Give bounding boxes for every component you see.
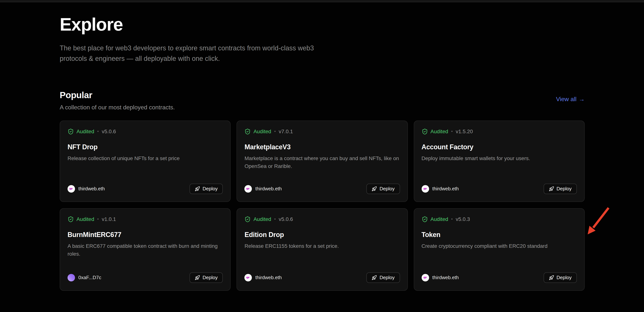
- shield-check-icon: [422, 216, 428, 222]
- rocket-icon: [195, 186, 200, 192]
- contract-card[interactable]: Audited • v7.0.1 MarketplaceV3 Marketpla…: [237, 120, 408, 202]
- publisher-name: thirdweb.eth: [432, 275, 459, 280]
- publisher[interactable]: thirdweb.eth: [422, 274, 459, 282]
- thirdweb-logo-icon: [68, 186, 74, 192]
- contract-card[interactable]: Audited • v5.0.6 NFT Drop Release collec…: [60, 120, 231, 202]
- publisher-avatar: [422, 274, 429, 282]
- arrow-right-icon: →: [579, 96, 585, 103]
- cards-grid: Audited • v5.0.6 NFT Drop Release collec…: [60, 120, 585, 291]
- contract-card[interactable]: Audited • v5.0.3 Token Create cryptocurr…: [414, 208, 585, 291]
- rocket-icon: [549, 275, 554, 280]
- deploy-label: Deploy: [556, 275, 572, 280]
- explore-page: Explore The best place for web3 develope…: [0, 0, 644, 312]
- contract-description: A basic ERC677 compatible token contract…: [68, 242, 223, 258]
- contract-card[interactable]: Audited • v1.0.1 BurnMintERC677 A basic …: [60, 208, 231, 291]
- contract-version: v5.0.6: [279, 216, 293, 222]
- publisher[interactable]: thirdweb.eth: [422, 185, 459, 192]
- dot-separator: •: [97, 217, 99, 222]
- publisher-name: 0xaF...D7c: [78, 275, 101, 280]
- card-meta-row: Audited • v5.0.3: [422, 216, 577, 222]
- contract-description: Deploy immutable smart wallets for your …: [422, 154, 577, 162]
- publisher-name: thirdweb.eth: [432, 186, 459, 192]
- page-subtitle-line2: protocols & engineers — all deployable w…: [60, 55, 220, 62]
- deploy-label: Deploy: [380, 186, 394, 192]
- contract-description: Release collection of unique NFTs for a …: [68, 154, 223, 162]
- contract-version: v7.0.1: [279, 128, 293, 134]
- deploy-label: Deploy: [380, 275, 394, 280]
- contract-title: BurnMintERC677: [68, 231, 223, 239]
- dot-separator: •: [451, 129, 452, 134]
- popular-section-header: Popular A collection of our most deploye…: [60, 90, 585, 111]
- audited-badge: Audited: [430, 128, 448, 134]
- shield-check-icon: [422, 128, 428, 135]
- view-all-link[interactable]: View all→: [556, 96, 585, 103]
- page-subtitle-line1: The best place for web3 developers to ex…: [60, 44, 314, 52]
- rocket-icon: [372, 186, 377, 192]
- publisher[interactable]: thirdweb.eth: [244, 185, 282, 192]
- thirdweb-logo-icon: [422, 186, 428, 192]
- thirdweb-logo-icon: [245, 275, 251, 281]
- shield-check-icon: [244, 128, 251, 135]
- dot-separator: •: [274, 217, 276, 222]
- view-all-label: View all: [556, 96, 576, 103]
- publisher-avatar: [244, 185, 252, 192]
- contract-title: Edition Drop: [244, 231, 400, 239]
- page-title: Explore: [60, 15, 585, 35]
- publisher-name: thirdweb.eth: [256, 275, 282, 280]
- shield-check-icon: [68, 216, 74, 222]
- card-meta-row: Audited • v1.0.1: [68, 216, 223, 222]
- thirdweb-logo-icon: [245, 186, 251, 192]
- dot-separator: •: [451, 217, 452, 222]
- deploy-button[interactable]: Deploy: [190, 184, 223, 194]
- audited-badge: Audited: [76, 128, 94, 134]
- publisher-name: thirdweb.eth: [256, 186, 282, 192]
- card-footer: thirdweb.eth Deploy: [68, 184, 223, 194]
- shield-check-icon: [244, 216, 251, 222]
- contract-card[interactable]: Audited • v5.0.6 Edition Drop Release ER…: [237, 208, 408, 291]
- card-footer: thirdweb.eth Deploy: [244, 184, 400, 194]
- thirdweb-logo-icon: [422, 275, 428, 281]
- contract-description: Marketplace is a contract where you can …: [244, 154, 400, 170]
- card-footer: 0xaF...D7c Deploy: [68, 272, 223, 283]
- deploy-button[interactable]: Deploy: [544, 184, 577, 194]
- rocket-icon: [195, 275, 200, 280]
- contract-card[interactable]: Audited • v1.5.20 Account Factory Deploy…: [414, 120, 585, 202]
- deploy-button[interactable]: Deploy: [366, 272, 400, 283]
- audited-badge: Audited: [254, 216, 271, 222]
- card-meta-row: Audited • v7.0.1: [244, 128, 400, 135]
- deploy-label: Deploy: [202, 275, 218, 280]
- audited-badge: Audited: [430, 216, 448, 222]
- deploy-button[interactable]: Deploy: [190, 272, 223, 283]
- card-meta-row: Audited • v5.0.6: [68, 128, 223, 135]
- publisher-avatar: [244, 274, 252, 282]
- contract-description: Create cryptocurrency compliant with ERC…: [422, 242, 577, 250]
- contract-title: Token: [422, 231, 577, 239]
- contract-title: MarketplaceV3: [244, 143, 400, 151]
- dot-separator: •: [274, 129, 276, 134]
- contract-version: v5.0.6: [102, 128, 116, 134]
- publisher[interactable]: thirdweb.eth: [68, 185, 105, 192]
- page-subtitle: The best place for web3 developers to ex…: [60, 43, 343, 64]
- audited-badge: Audited: [76, 216, 94, 222]
- publisher-avatar: [422, 185, 429, 192]
- deploy-label: Deploy: [556, 186, 572, 192]
- card-footer: thirdweb.eth Deploy: [422, 272, 577, 283]
- contract-title: Account Factory: [422, 143, 577, 151]
- publisher-name: thirdweb.eth: [78, 186, 105, 192]
- publisher[interactable]: thirdweb.eth: [244, 274, 282, 282]
- publisher-avatar: [68, 185, 75, 192]
- publisher[interactable]: 0xaF...D7c: [68, 274, 101, 282]
- card-meta-row: Audited • v1.5.20: [422, 128, 577, 135]
- popular-heading: Popular: [60, 90, 585, 100]
- rocket-icon: [549, 186, 554, 192]
- deploy-label: Deploy: [202, 186, 218, 192]
- rocket-icon: [372, 275, 377, 280]
- contract-version: v1.0.1: [102, 216, 116, 222]
- popular-subheading: A collection of our most deployed contra…: [60, 104, 585, 111]
- red-arrow-annotation: [584, 205, 615, 239]
- deploy-button[interactable]: Deploy: [366, 184, 400, 194]
- contract-version: v1.5.20: [456, 128, 473, 134]
- dot-separator: •: [97, 129, 99, 134]
- card-footer: thirdweb.eth Deploy: [244, 272, 400, 283]
- deploy-button[interactable]: Deploy: [544, 272, 577, 283]
